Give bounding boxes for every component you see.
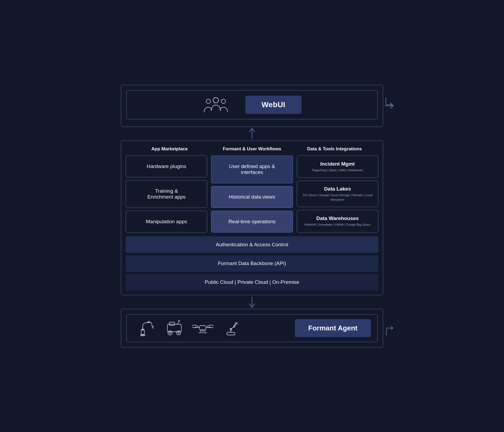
drone-icon — [192, 319, 213, 337]
manipulator-icon — [221, 319, 240, 337]
svg-rect-27 — [227, 332, 235, 335]
webui-section: WebUI — [121, 85, 383, 127]
svg-point-17 — [179, 320, 180, 321]
formant-workflows-column: User defined apps &interfaces Historical… — [211, 155, 293, 233]
svg-point-13 — [176, 331, 181, 335]
app-marketplace-header: App Marketplace — [128, 146, 211, 152]
svg-point-15 — [178, 332, 179, 334]
svg-point-3 — [221, 99, 225, 103]
svg-point-21 — [192, 325, 198, 328]
up-arrow-1 — [248, 127, 256, 140]
historical-data-card: Historical data views — [211, 186, 293, 208]
svg-point-1 — [213, 98, 219, 103]
svg-line-29 — [231, 326, 234, 329]
manipulation-apps-card: Manipulation apps — [126, 211, 207, 233]
svg-rect-18 — [200, 326, 206, 330]
backbone-bar: Formant Data Backbone (API) — [126, 255, 378, 272]
formant-workflows-header: Formant & User Workflows — [211, 146, 293, 152]
svg-point-12 — [168, 331, 172, 335]
middle-section: App Marketplace Formant & User Workflows… — [121, 140, 383, 295]
realtime-ops-card: Real-time operations — [211, 211, 293, 233]
robot-icons — [133, 319, 284, 337]
user-defined-apps-card: User defined apps &interfaces — [211, 155, 293, 183]
agent-row: Formant Agent — [126, 314, 378, 342]
webui-row: WebUI — [126, 90, 378, 120]
svg-point-22 — [208, 325, 213, 328]
svg-line-16 — [177, 321, 179, 324]
data-lakes-card: Data Lakes S3 | Azure | Google Cloud Sto… — [297, 181, 378, 207]
user-group-icon — [202, 95, 229, 115]
data-tools-header: Data & Tools Integrations — [293, 146, 376, 152]
app-marketplace-column: Hardware plugins Training &Enrichment ap… — [126, 155, 207, 233]
data-warehouses-card: Data Warehouses Redshift | Snowflake | H… — [297, 210, 378, 233]
cloud-bar: Public Cloud | Private Cloud | On-Premis… — [126, 274, 378, 291]
architecture-diagram: WebUI App Marketplace Formant & User Wor… — [121, 85, 383, 348]
rover-icon — [165, 319, 184, 337]
svg-line-23 — [200, 330, 201, 333]
down-arrow — [248, 295, 256, 309]
agent-label: Formant Agent — [295, 319, 371, 337]
svg-line-24 — [205, 330, 205, 333]
hardware-plugins-card: Hardware plugins — [126, 155, 207, 177]
svg-point-2 — [206, 99, 210, 103]
incident-mgmt-card: Incident Mgmt PagerDuty | Slack | SMS | … — [297, 155, 378, 178]
svg-point-14 — [169, 332, 171, 334]
columns-header: App Marketplace Formant & User Workflows… — [126, 146, 378, 152]
columns-content: Hardware plugins Training &Enrichment ap… — [126, 155, 378, 233]
webui-label: WebUI — [245, 96, 301, 114]
auth-bar: Authentication & Access Control — [126, 236, 378, 253]
bottom-bars: Authentication & Access Control Formant … — [126, 236, 378, 291]
training-enrichment-card: Training &Enrichment apps — [126, 180, 207, 208]
data-tools-column: Incident Mgmt PagerDuty | Slack | SMS | … — [297, 155, 378, 233]
svg-rect-11 — [169, 322, 175, 325]
robot-arm-icon — [138, 319, 157, 337]
agent-section: Formant Agent — [121, 309, 383, 348]
